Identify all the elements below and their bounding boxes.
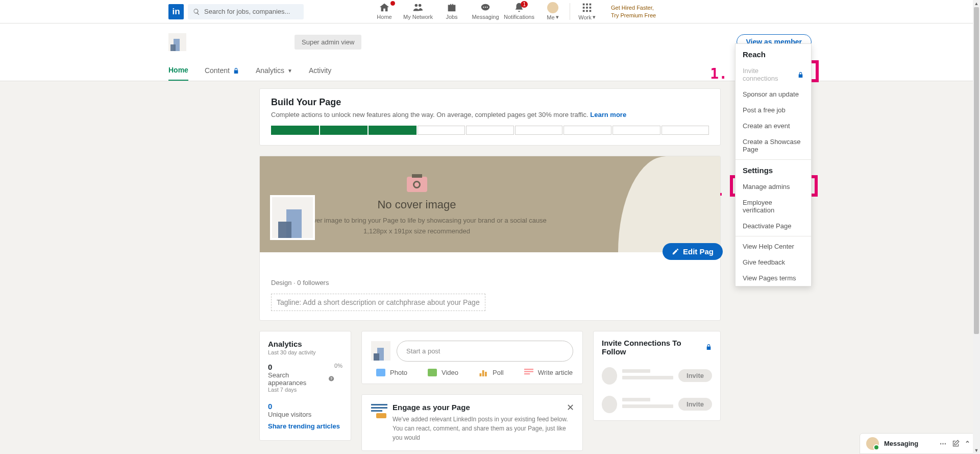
build-title: Build Your Page bbox=[271, 97, 709, 108]
avatar-icon bbox=[547, 2, 558, 13]
engage-card: ✕ Engage as your Page We've added releva… bbox=[361, 394, 583, 451]
close-icon[interactable]: ✕ bbox=[567, 402, 574, 413]
svg-rect-21 bbox=[524, 371, 533, 372]
unique-visitors-count[interactable]: 0 bbox=[268, 402, 342, 411]
nav-messaging[interactable]: Messaging bbox=[469, 0, 502, 20]
start-post-input[interactable]: Start a post bbox=[397, 341, 573, 362]
svg-rect-12 bbox=[583, 10, 585, 12]
camera-icon bbox=[407, 177, 427, 192]
tab-home[interactable]: Home bbox=[168, 60, 188, 81]
edit-page-button[interactable]: Edit Pag bbox=[663, 243, 723, 260]
message-icon bbox=[480, 2, 491, 13]
briefcase-icon bbox=[446, 2, 457, 13]
dd-manage-admins[interactable]: Manage admins bbox=[736, 179, 811, 195]
svg-point-4 bbox=[485, 7, 486, 8]
svg-rect-9 bbox=[583, 7, 585, 9]
dd-sponsor-update[interactable]: Sponsor an update bbox=[736, 86, 811, 102]
avatar-icon bbox=[866, 437, 879, 450]
more-icon[interactable]: ⋯ bbox=[940, 440, 947, 447]
caret-down-icon: ▾ bbox=[593, 14, 596, 20]
tab-activity[interactable]: Activity bbox=[309, 60, 331, 81]
invite-row: Invite bbox=[602, 396, 712, 413]
dd-pages-terms[interactable]: View Pages terms bbox=[736, 270, 811, 286]
caret-down-icon: ▾ bbox=[556, 14, 559, 20]
nav-jobs[interactable]: Jobs bbox=[435, 0, 469, 20]
post-video-button[interactable]: Video bbox=[428, 369, 458, 376]
feed-icon bbox=[371, 404, 387, 418]
scroll-down-arrow[interactable]: ▼ bbox=[973, 447, 980, 454]
lock-icon bbox=[233, 67, 239, 74]
page-logo-small bbox=[371, 341, 390, 361]
page-logo[interactable] bbox=[270, 195, 315, 240]
super-admin-badge: Super admin view bbox=[295, 35, 361, 50]
compose-icon[interactable] bbox=[952, 440, 960, 447]
svg-rect-11 bbox=[590, 7, 592, 9]
svg-rect-6 bbox=[583, 4, 585, 6]
share-trending-link[interactable]: Share trending articles bbox=[268, 422, 342, 430]
nav-me[interactable]: Me▾ bbox=[536, 0, 570, 20]
engage-title: Engage as your Page bbox=[393, 403, 573, 412]
poll-icon bbox=[479, 369, 488, 376]
tagline-input[interactable]: Tagline: Add a short description or catc… bbox=[271, 294, 485, 311]
tab-analytics[interactable]: Analytics ▼ bbox=[256, 60, 292, 81]
scroll-up-arrow[interactable]: ▲ bbox=[973, 0, 980, 7]
invite-button[interactable]: Invite bbox=[678, 369, 712, 382]
messaging-bar[interactable]: Messaging ⋯ ⌃ bbox=[860, 433, 977, 454]
svg-point-1 bbox=[419, 4, 422, 7]
dd-create-showcase[interactable]: Create a Showcase Page bbox=[736, 134, 811, 157]
primary-nav: Home My Network Jobs Messaging 1 Notific… bbox=[368, 0, 656, 23]
invite-button[interactable]: Invite bbox=[678, 398, 712, 411]
home-icon bbox=[379, 2, 390, 13]
info-icon[interactable]: ? bbox=[328, 375, 334, 382]
scrollbar-thumb[interactable] bbox=[974, 7, 979, 334]
dd-employee-verification[interactable]: Employee verification bbox=[736, 195, 811, 218]
premium-upsell[interactable]: Get Hired Faster, Try Premium Free bbox=[611, 4, 656, 19]
linkedin-logo[interactable]: in bbox=[168, 4, 184, 19]
photo-icon bbox=[376, 369, 385, 376]
tab-content[interactable]: Content bbox=[205, 60, 239, 81]
global-header: in Search for jobs, companies... Home My… bbox=[0, 0, 980, 23]
search-placeholder: Search for jobs, companies... bbox=[204, 8, 290, 15]
nav-home[interactable]: Home bbox=[368, 0, 401, 20]
avatar-placeholder bbox=[602, 396, 617, 413]
svg-rect-13 bbox=[586, 10, 588, 12]
dd-help-center[interactable]: View Help Center bbox=[736, 238, 811, 254]
nav-network[interactable]: My Network bbox=[401, 0, 435, 20]
svg-rect-14 bbox=[590, 10, 592, 12]
admin-header: Super admin view View as member Home Con… bbox=[0, 23, 980, 81]
vertical-scrollbar[interactable]: ▲ ▼ bbox=[973, 0, 980, 454]
admin-tools-dropdown: Reach Invite connections Sponsor an upda… bbox=[735, 43, 812, 286]
search-input[interactable]: Search for jobs, companies... bbox=[188, 4, 304, 19]
page-logo-small bbox=[168, 33, 186, 51]
svg-point-5 bbox=[487, 7, 488, 8]
svg-rect-7 bbox=[586, 4, 588, 6]
chevron-up-icon[interactable]: ⌃ bbox=[965, 440, 970, 447]
dd-invite-connections[interactable]: Invite connections bbox=[736, 63, 811, 86]
nav-notifications[interactable]: 1 Notifications bbox=[502, 0, 536, 20]
dd-give-feedback[interactable]: Give feedback bbox=[736, 254, 811, 270]
article-icon bbox=[524, 369, 533, 376]
lock-icon bbox=[705, 344, 712, 350]
page-meta: Design · 0 followers bbox=[271, 279, 709, 286]
cover-placeholder[interactable]: No cover image Add a cover image to brin… bbox=[260, 156, 720, 252]
invite-connections-card: Invite Connections To Follow Invite Invi… bbox=[593, 331, 721, 421]
nav-work[interactable]: Work▾ bbox=[570, 0, 604, 20]
svg-point-3 bbox=[483, 7, 484, 8]
post-article-button[interactable]: Write article bbox=[524, 369, 573, 376]
lock-icon bbox=[797, 71, 804, 78]
dd-deactivate-page[interactable]: Deactivate Page bbox=[736, 218, 811, 234]
analytics-card: Analytics Last 30 day activity 0 Search … bbox=[259, 331, 351, 441]
caret-down-icon: ▼ bbox=[287, 68, 292, 74]
dropdown-separator bbox=[736, 159, 811, 160]
learn-more-link[interactable]: Learn more bbox=[590, 111, 626, 118]
annotation-step-1: 1. bbox=[710, 65, 727, 82]
video-icon bbox=[428, 369, 437, 376]
post-poll-button[interactable]: Poll bbox=[479, 369, 504, 376]
invite-row: Invite bbox=[602, 367, 712, 385]
post-photo-button[interactable]: Photo bbox=[376, 369, 407, 376]
svg-rect-18 bbox=[482, 370, 484, 376]
dd-post-free-job[interactable]: Post a free job bbox=[736, 102, 811, 118]
svg-rect-8 bbox=[590, 4, 592, 6]
dd-create-event[interactable]: Create an event bbox=[736, 118, 811, 134]
progress-bar bbox=[271, 126, 709, 135]
